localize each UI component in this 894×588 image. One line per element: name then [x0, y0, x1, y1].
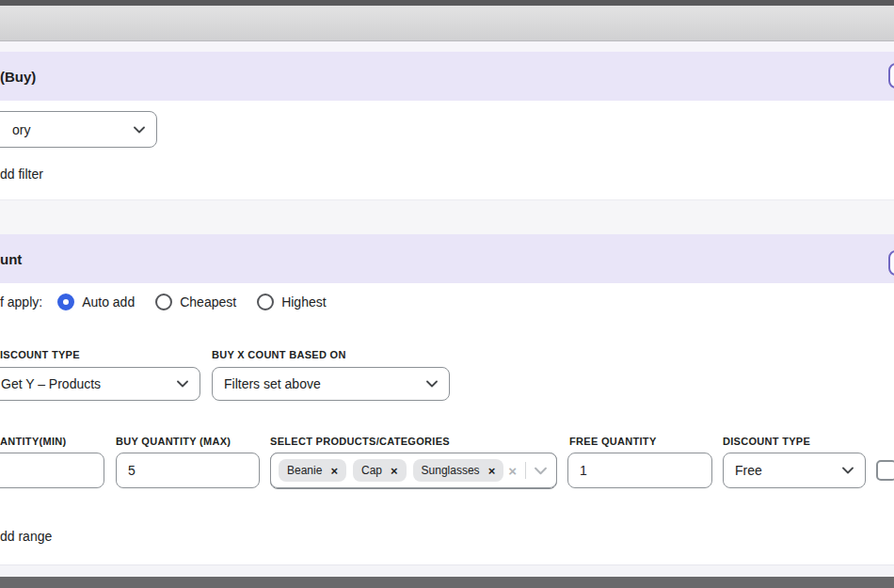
- buy-x-count-label: BUY X COUNT BASED ON: [212, 349, 346, 360]
- range-checkbox[interactable]: [876, 460, 894, 481]
- range-discount-type-value: Free: [735, 463, 762, 478]
- add-range-button[interactable]: dd range: [0, 529, 52, 544]
- radio-option-auto-add[interactable]: Auto add: [57, 294, 135, 310]
- radio-option-label: Highest: [281, 294, 326, 310]
- bottom-dark-bar: [0, 577, 894, 588]
- category-select-value: ory: [12, 122, 30, 137]
- select-products-multiselect[interactable]: Beanie × Cap × Sunglasses × ×: [270, 453, 557, 488]
- section-header-discount: unt: [0, 234, 894, 283]
- product-tag-chip: Sunglasses ×: [413, 459, 504, 482]
- multiselect-controls: ×: [508, 462, 547, 479]
- page-strip: [0, 41, 894, 52]
- remove-tag-icon[interactable]: ×: [488, 465, 496, 477]
- buy-x-count-value: Filters set above: [224, 376, 321, 391]
- product-tag-chip: Beanie ×: [279, 459, 346, 482]
- window-title-bar: [0, 6, 894, 41]
- free-quantity-input[interactable]: [580, 453, 700, 487]
- divider: [525, 462, 526, 479]
- section-divider-band: [0, 199, 894, 234]
- buy-qty-max-field: [116, 453, 260, 488]
- discount-type-label: ISCOUNT TYPE: [0, 349, 80, 360]
- apply-radio-group: f apply: Auto add Cheapest Highest: [0, 294, 347, 310]
- radio-option-highest[interactable]: Highest: [257, 294, 326, 310]
- buy-qty-min-input[interactable]: [0, 453, 92, 487]
- range-discount-type-select[interactable]: Free: [723, 453, 866, 488]
- radio-selected-icon[interactable]: [57, 294, 74, 310]
- radio-option-label: Auto add: [82, 294, 135, 310]
- range-discount-type-label: DISCOUNT TYPE: [723, 436, 810, 447]
- radio-option-label: Cheapest: [180, 294, 236, 310]
- select-products-label: SELECT PRODUCTS/CATEGORIES: [270, 436, 450, 447]
- buy-x-count-select[interactable]: Filters set above: [212, 367, 450, 401]
- radio-unselected-icon[interactable]: [257, 294, 274, 310]
- buy-section-action-button[interactable]: [888, 63, 894, 88]
- chevron-down-icon: [426, 380, 438, 388]
- apply-label: f apply:: [0, 294, 42, 310]
- chevron-down-icon: [842, 467, 854, 474]
- chevron-down-icon[interactable]: [535, 467, 547, 475]
- clear-all-icon[interactable]: ×: [508, 464, 517, 478]
- radio-option-cheapest[interactable]: Cheapest: [155, 294, 236, 310]
- discount-type-select[interactable]: Get Y – Products: [0, 367, 200, 401]
- discount-section-action-button[interactable]: [888, 250, 894, 276]
- free-quantity-label: FREE QUANTITY: [569, 436, 657, 447]
- buy-qty-min-label: ANTITY(MIN): [0, 436, 67, 447]
- buy-section-title: (Buy): [0, 69, 36, 85]
- remove-tag-icon[interactable]: ×: [391, 465, 398, 477]
- chevron-down-icon: [177, 380, 188, 388]
- product-tags: Beanie × Cap × Sunglasses ×: [279, 459, 503, 482]
- add-filter-button[interactable]: dd filter: [0, 167, 43, 182]
- discount-section-title: unt: [0, 251, 22, 267]
- category-select[interactable]: ory: [0, 111, 157, 148]
- discount-type-value: Get Y – Products: [1, 376, 101, 391]
- product-tag-label: Cap: [361, 464, 382, 477]
- chevron-down-icon: [134, 126, 145, 134]
- product-tag-chip: Cap ×: [353, 459, 407, 482]
- remove-tag-icon[interactable]: ×: [330, 465, 338, 477]
- free-quantity-field: [567, 453, 712, 488]
- bottom-strip: [0, 564, 894, 577]
- product-tag-label: Sunglasses: [422, 464, 480, 477]
- radio-unselected-icon[interactable]: [155, 294, 172, 310]
- product-tag-label: Beanie: [287, 464, 322, 477]
- buy-qty-max-label: BUY QUANTITY (MAX): [116, 436, 231, 447]
- app-window: (Buy) ory Clothing -> Tshirts × dd filte…: [0, 0, 894, 588]
- section-header-buy: (Buy): [0, 52, 894, 101]
- buy-qty-max-input[interactable]: [128, 453, 247, 487]
- buy-qty-min-field: [0, 453, 104, 488]
